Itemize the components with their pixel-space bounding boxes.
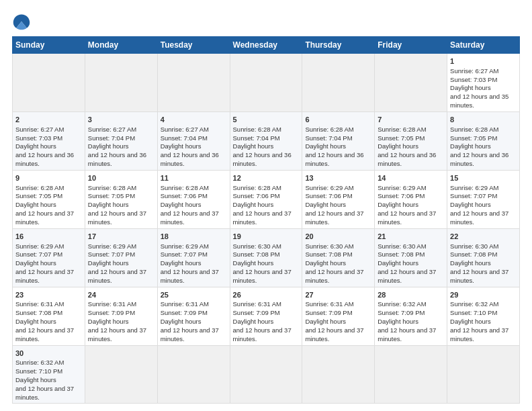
- day-cell: 16Sunrise: 6:29 AMSunset: 7:07 PMDayligh…: [13, 228, 85, 287]
- day-number: 8: [450, 115, 517, 125]
- day-cell: 24Sunrise: 6:31 AMSunset: 7:09 PMDayligh…: [85, 287, 157, 345]
- day-cell: 19Sunrise: 6:30 AMSunset: 7:08 PMDayligh…: [230, 228, 302, 287]
- day-number: 24: [88, 290, 154, 300]
- day-number: 18: [161, 232, 227, 242]
- day-cell: 17Sunrise: 6:29 AMSunset: 7:07 PMDayligh…: [85, 228, 157, 287]
- day-cell: 25Sunrise: 6:31 AMSunset: 7:09 PMDayligh…: [157, 287, 230, 345]
- day-number: 7: [378, 115, 444, 125]
- day-cell: [157, 54, 230, 112]
- day-number: 25: [161, 290, 227, 300]
- day-cell: 29Sunrise: 6:32 AMSunset: 7:10 PMDayligh…: [447, 287, 520, 345]
- day-number: 6: [305, 115, 371, 125]
- day-cell: 1Sunrise: 6:27 AMSunset: 7:03 PMDaylight…: [447, 54, 520, 112]
- day-cell: [375, 345, 447, 404]
- day-cell: [375, 54, 447, 112]
- day-cell: 7Sunrise: 6:28 AMSunset: 7:05 PMDaylight…: [375, 111, 447, 170]
- day-number: 28: [378, 290, 444, 300]
- week-row-4: 16Sunrise: 6:29 AMSunset: 7:07 PMDayligh…: [13, 228, 520, 287]
- week-row-2: 2Sunrise: 6:27 AMSunset: 7:03 PMDaylight…: [13, 111, 520, 170]
- day-cell: 2Sunrise: 6:27 AMSunset: 7:03 PMDaylight…: [13, 111, 85, 170]
- logo-icon: [12, 12, 31, 31]
- day-number: 10: [88, 173, 154, 183]
- col-header-sunday: Sunday: [13, 37, 85, 54]
- day-cell: 9Sunrise: 6:28 AMSunset: 7:05 PMDaylight…: [13, 170, 85, 228]
- day-number: 2: [15, 115, 82, 125]
- week-row-3: 9Sunrise: 6:28 AMSunset: 7:05 PMDaylight…: [13, 170, 520, 228]
- page: SundayMondayTuesdayWednesdayThursdayFrid…: [0, 0, 532, 411]
- header-row: SundayMondayTuesdayWednesdayThursdayFrid…: [13, 37, 520, 54]
- col-header-wednesday: Wednesday: [230, 37, 302, 54]
- col-header-saturday: Saturday: [447, 37, 520, 54]
- day-number: 26: [233, 290, 300, 300]
- col-header-thursday: Thursday: [302, 37, 375, 54]
- day-cell: 22Sunrise: 6:30 AMSunset: 7:08 PMDayligh…: [447, 228, 520, 287]
- col-header-friday: Friday: [375, 37, 447, 54]
- day-number: 9: [15, 173, 82, 183]
- day-number: 29: [450, 290, 517, 300]
- calendar-table: SundayMondayTuesdayWednesdayThursdayFrid…: [12, 36, 520, 404]
- day-number: 5: [233, 115, 300, 125]
- day-cell: [85, 345, 157, 404]
- day-cell: 18Sunrise: 6:29 AMSunset: 7:07 PMDayligh…: [157, 228, 230, 287]
- day-number: 23: [15, 290, 82, 300]
- week-row-5: 23Sunrise: 6:31 AMSunset: 7:08 PMDayligh…: [13, 287, 520, 345]
- day-number: 13: [305, 173, 371, 183]
- day-cell: [85, 54, 157, 112]
- day-cell: [230, 54, 302, 112]
- day-cell: [447, 345, 520, 404]
- day-number: 30: [15, 349, 82, 359]
- day-cell: 8Sunrise: 6:28 AMSunset: 7:05 PMDaylight…: [447, 111, 520, 170]
- col-header-monday: Monday: [85, 37, 157, 54]
- day-cell: 4Sunrise: 6:27 AMSunset: 7:04 PMDaylight…: [157, 111, 230, 170]
- day-number: 17: [88, 232, 154, 242]
- day-number: 19: [233, 232, 300, 242]
- day-number: 11: [161, 173, 227, 183]
- day-cell: [302, 54, 375, 112]
- day-number: 21: [378, 232, 444, 242]
- day-cell: 20Sunrise: 6:30 AMSunset: 7:08 PMDayligh…: [302, 228, 375, 287]
- day-number: 20: [305, 232, 371, 242]
- week-row-6: 30Sunrise: 6:32 AMSunset: 7:10 PMDayligh…: [13, 345, 520, 404]
- week-row-1: 1Sunrise: 6:27 AMSunset: 7:03 PMDaylight…: [13, 54, 520, 112]
- day-cell: 26Sunrise: 6:31 AMSunset: 7:09 PMDayligh…: [230, 287, 302, 345]
- logo-area: [12, 12, 34, 31]
- day-cell: [302, 345, 375, 404]
- day-number: 4: [161, 115, 227, 125]
- day-cell: 30Sunrise: 6:32 AMSunset: 7:10 PMDayligh…: [13, 345, 85, 404]
- day-cell: [230, 345, 302, 404]
- day-number: 16: [15, 232, 82, 242]
- day-cell: 28Sunrise: 6:32 AMSunset: 7:09 PMDayligh…: [375, 287, 447, 345]
- day-cell: 11Sunrise: 6:28 AMSunset: 7:06 PMDayligh…: [157, 170, 230, 228]
- day-number: 14: [378, 173, 444, 183]
- day-cell: [157, 345, 230, 404]
- col-header-tuesday: Tuesday: [157, 37, 230, 54]
- day-cell: 5Sunrise: 6:28 AMSunset: 7:04 PMDaylight…: [230, 111, 302, 170]
- day-cell: 21Sunrise: 6:30 AMSunset: 7:08 PMDayligh…: [375, 228, 447, 287]
- day-number: 1: [450, 56, 517, 66]
- day-cell: 6Sunrise: 6:28 AMSunset: 7:04 PMDaylight…: [302, 111, 375, 170]
- day-number: 22: [450, 232, 517, 242]
- day-number: 12: [233, 173, 300, 183]
- top-section: [12, 12, 520, 31]
- day-cell: 10Sunrise: 6:28 AMSunset: 7:05 PMDayligh…: [85, 170, 157, 228]
- day-cell: 12Sunrise: 6:28 AMSunset: 7:06 PMDayligh…: [230, 170, 302, 228]
- day-number: 3: [88, 115, 154, 125]
- day-cell: 15Sunrise: 6:29 AMSunset: 7:07 PMDayligh…: [447, 170, 520, 228]
- day-cell: 3Sunrise: 6:27 AMSunset: 7:04 PMDaylight…: [85, 111, 157, 170]
- day-cell: 13Sunrise: 6:29 AMSunset: 7:06 PMDayligh…: [302, 170, 375, 228]
- day-number: 27: [305, 290, 371, 300]
- day-cell: 23Sunrise: 6:31 AMSunset: 7:08 PMDayligh…: [13, 287, 85, 345]
- day-cell: 27Sunrise: 6:31 AMSunset: 7:09 PMDayligh…: [302, 287, 375, 345]
- day-number: 15: [450, 173, 517, 183]
- day-cell: [13, 54, 85, 112]
- day-cell: 14Sunrise: 6:29 AMSunset: 7:06 PMDayligh…: [375, 170, 447, 228]
